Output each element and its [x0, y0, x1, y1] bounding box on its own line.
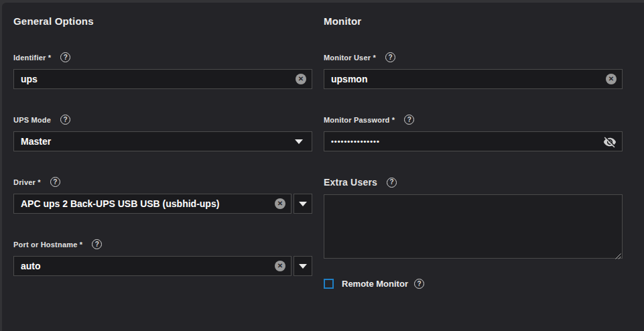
clear-icon[interactable]: ✕	[275, 261, 285, 271]
ups-mode-select[interactable]: Master	[13, 131, 312, 151]
visibility-off-icon[interactable]	[602, 135, 617, 149]
monitor-user-field: Monitor User * ? ✕	[324, 52, 623, 89]
driver-dropdown-button[interactable]	[294, 194, 312, 214]
extra-users-textarea-wrap	[324, 194, 623, 259]
driver-field: Driver * ? ✕	[13, 177, 312, 214]
general-options-title: General Options	[13, 15, 312, 27]
settings-card: General Options Identifier * ? ✕ UPS Mod…	[2, 3, 644, 331]
extra-users-field: Extra Users ?	[324, 177, 623, 259]
monitor-user-label: Monitor User *	[324, 54, 376, 62]
ups-mode-field: UPS Mode ? Master	[13, 115, 312, 151]
ups-mode-value: Master	[21, 136, 51, 147]
monitor-password-input-wrap	[324, 131, 623, 151]
identifier-input-wrap: ✕	[13, 69, 312, 89]
identifier-input[interactable]	[14, 70, 312, 88]
chevron-down-icon	[299, 264, 307, 269]
port-label: Port or Hostname *	[13, 241, 82, 249]
port-field: Port or Hostname * ? ✕	[13, 239, 312, 276]
ups-mode-label: UPS Mode	[13, 116, 51, 124]
extra-users-label: Extra Users	[324, 177, 377, 188]
clear-icon[interactable]: ✕	[606, 74, 617, 84]
help-icon[interactable]: ?	[92, 239, 102, 249]
resize-grip-icon[interactable]	[614, 250, 621, 257]
help-icon[interactable]: ?	[414, 279, 424, 289]
help-icon[interactable]: ?	[404, 115, 414, 125]
port-input-wrap: ✕	[13, 256, 292, 276]
help-icon[interactable]: ?	[60, 52, 70, 62]
extra-users-textarea[interactable]	[324, 195, 622, 258]
remote-monitor-checkbox[interactable]	[324, 279, 334, 289]
port-dropdown-button[interactable]	[294, 256, 312, 276]
monitor-title: Monitor	[324, 15, 623, 27]
chevron-down-icon	[299, 202, 307, 206]
help-icon[interactable]: ?	[387, 178, 397, 188]
clear-icon[interactable]: ✕	[296, 74, 306, 84]
monitor-user-input-wrap: ✕	[324, 69, 623, 89]
help-icon[interactable]: ?	[50, 177, 60, 187]
driver-input[interactable]	[14, 194, 291, 213]
port-input[interactable]	[14, 257, 291, 275]
monitor-section: Monitor Monitor User * ? ✕ Monitor Passw…	[324, 3, 623, 289]
identifier-field: Identifier * ? ✕	[13, 52, 312, 89]
clear-icon[interactable]: ✕	[275, 198, 285, 209]
monitor-password-field: Monitor Password * ?	[324, 115, 623, 151]
general-options-section: General Options Identifier * ? ✕ UPS Mod…	[13, 3, 312, 289]
identifier-label: Identifier *	[13, 54, 51, 62]
form-columns: General Options Identifier * ? ✕ UPS Mod…	[2, 3, 644, 289]
chevron-down-icon	[295, 139, 303, 144]
driver-label: Driver *	[13, 178, 41, 186]
help-icon[interactable]: ?	[385, 52, 395, 62]
remote-monitor-row: Remote Monitor ?	[324, 279, 623, 289]
help-icon[interactable]: ?	[60, 115, 70, 125]
driver-input-wrap: ✕	[13, 194, 292, 214]
remote-monitor-label: Remote Monitor	[342, 279, 408, 289]
monitor-password-input[interactable]	[324, 132, 622, 151]
monitor-password-label: Monitor Password *	[324, 116, 395, 124]
monitor-user-input[interactable]	[324, 70, 622, 88]
